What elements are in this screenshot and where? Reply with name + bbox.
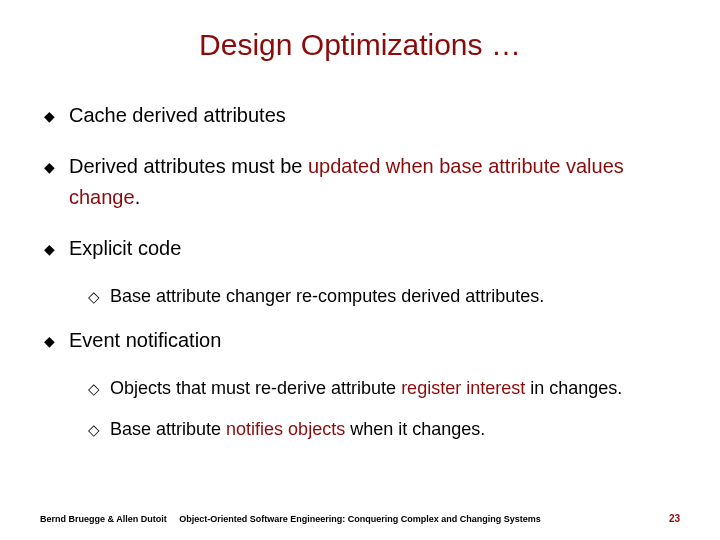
bullet-text: Explicit code: [69, 233, 181, 264]
subbullet-recompute: ◇ Base attribute changer re-computes der…: [88, 284, 680, 309]
slide: Design Optimizations … ◆ Cache derived a…: [0, 0, 720, 540]
bullet-text: Event notification: [69, 325, 221, 356]
slide-footer: Bernd Bruegge & Allen Dutoit Object-Orie…: [0, 513, 720, 524]
bullet-text: Base attribute notifies objects when it …: [110, 417, 485, 442]
subbullet-register: ◇ Objects that must re-derive attribute …: [88, 376, 680, 401]
footer-author: Bernd Bruegge & Allen Dutoit: [40, 514, 167, 524]
hollow-diamond-bullet-icon: ◇: [88, 419, 100, 440]
bullet-cache: ◆ Cache derived attributes: [44, 100, 680, 131]
accent-text: notifies objects: [226, 419, 345, 439]
diamond-bullet-icon: ◆: [44, 157, 55, 179]
slide-number: 23: [669, 513, 680, 524]
bullet-text: Cache derived attributes: [69, 100, 286, 131]
slide-title: Design Optimizations …: [40, 28, 680, 62]
bullet-event: ◆ Event notification: [44, 325, 680, 356]
hollow-diamond-bullet-icon: ◇: [88, 378, 100, 399]
bullet-text: Objects that must re-derive attribute re…: [110, 376, 622, 401]
bullet-updated: ◆ Derived attributes must be updated whe…: [44, 151, 680, 213]
accent-text: register interest: [401, 378, 525, 398]
diamond-bullet-icon: ◆: [44, 331, 55, 353]
slide-body: ◆ Cache derived attributes ◆ Derived att…: [40, 100, 680, 443]
diamond-bullet-icon: ◆: [44, 239, 55, 261]
footer-book-title: Object-Oriented Software Engineering: Co…: [179, 514, 541, 524]
bullet-text: Base attribute changer re-computes deriv…: [110, 284, 544, 309]
hollow-diamond-bullet-icon: ◇: [88, 286, 100, 307]
bullet-text: Derived attributes must be updated when …: [69, 151, 680, 213]
diamond-bullet-icon: ◆: [44, 106, 55, 128]
subbullet-notifies: ◇ Base attribute notifies objects when i…: [88, 417, 680, 442]
bullet-explicit: ◆ Explicit code: [44, 233, 680, 264]
